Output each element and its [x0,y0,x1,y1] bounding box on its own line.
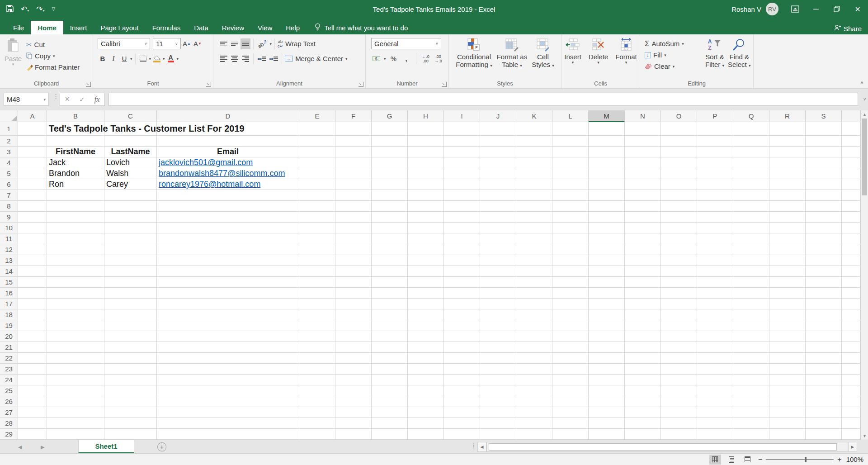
column-header-J[interactable]: J [480,110,516,122]
cell-M1[interactable] [589,122,625,136]
cell-O13[interactable] [661,255,697,266]
cell-I3[interactable] [444,147,480,157]
column-header-O[interactable]: O [661,110,697,122]
cell-K5[interactable] [516,168,552,179]
cell-H6[interactable] [408,179,444,190]
cell-Q15[interactable] [733,277,769,288]
cell-N14[interactable] [625,266,661,277]
sort-filter-button[interactable]: AZ Sort & Filter ▾ [703,37,726,72]
cell-C14[interactable] [104,266,157,277]
formula-bar-splitter[interactable]: ⋮ [53,95,59,98]
cell-I20[interactable] [444,331,480,342]
cell-K21[interactable] [516,342,552,353]
cell-C13[interactable] [104,255,157,266]
cell-J8[interactable] [480,201,516,212]
horizontal-scrollbar[interactable] [486,442,848,452]
cell-S7[interactable] [806,190,842,201]
cell-H1[interactable] [408,122,444,136]
cell-L14[interactable] [552,266,589,277]
hscroll-right-icon[interactable]: ▶ [848,442,857,452]
font-color-caret-icon[interactable]: ▾ [177,57,179,61]
cell-M13[interactable] [589,255,625,266]
row-header-27[interactable]: 27 [0,407,18,418]
cell-I15[interactable] [444,277,480,288]
cell-B24[interactable] [47,375,104,385]
cell-M16[interactable] [589,288,625,299]
enter-icon[interactable]: ✓ [79,95,85,104]
cell-J3[interactable] [480,147,516,157]
delete-cells-button[interactable]: Delete ▾ [587,37,610,65]
row-header-21[interactable]: 21 [0,342,18,353]
row-header-29[interactable]: 29 [0,429,18,440]
cell-I1[interactable] [444,122,480,136]
cell-S10[interactable] [806,223,842,233]
cell-C6[interactable]: Carey [104,179,157,190]
cell-R21[interactable] [769,342,806,353]
cell-F1[interactable] [335,122,372,136]
cell-M21[interactable] [589,342,625,353]
cell-D2[interactable] [157,136,299,147]
cell-K17[interactable] [516,299,552,309]
share-button[interactable]: Share [834,24,862,33]
cell-I18[interactable] [444,309,480,320]
cell-P26[interactable] [697,396,733,407]
cell-S24[interactable] [806,375,842,385]
cell-H19[interactable] [408,320,444,331]
row-header-6[interactable]: 6 [0,179,18,190]
cell-J19[interactable] [480,320,516,331]
cell-I23[interactable] [444,364,480,375]
page-layout-view-button[interactable] [726,455,737,465]
cell-D9[interactable] [157,212,299,223]
cell-N20[interactable] [625,331,661,342]
cell-O5[interactable] [661,168,697,179]
cell-partial-5[interactable] [842,168,860,179]
zoom-level[interactable]: 100% [846,456,863,463]
cell-I17[interactable] [444,299,480,309]
bottom-align-button[interactable] [241,38,250,49]
cell-O4[interactable] [661,157,697,168]
cell-J29[interactable] [480,429,516,440]
cell-E12[interactable] [299,244,335,255]
format-cells-button[interactable]: Format ▾ [613,37,639,65]
cell-J28[interactable] [480,418,516,429]
cell-P19[interactable] [697,320,733,331]
cell-B11[interactable] [47,233,104,244]
cell-O24[interactable] [661,375,697,385]
cell-F21[interactable] [335,342,372,353]
cell-B28[interactable] [47,418,104,429]
normal-view-button[interactable] [709,455,721,465]
row-header-28[interactable]: 28 [0,418,18,429]
cell-A21[interactable] [18,342,47,353]
cell-F17[interactable] [335,299,372,309]
undo-caret-icon[interactable]: ▾ [27,9,29,13]
column-header-Q[interactable]: Q [733,110,769,122]
cell-D27[interactable] [157,407,299,418]
underline-button[interactable]: U [119,53,129,64]
cell-P25[interactable] [697,385,733,396]
cell-F4[interactable] [335,157,372,168]
cell-B27[interactable] [47,407,104,418]
cell-partial-19[interactable] [842,320,860,331]
select-all-corner[interactable] [0,110,18,122]
cell-A17[interactable] [18,299,47,309]
cell-J24[interactable] [480,375,516,385]
cell-G18[interactable] [372,309,408,320]
cell-partial-10[interactable] [842,223,860,233]
cell-partial-29[interactable] [842,429,860,440]
cell-B21[interactable] [47,342,104,353]
cell-partial-6[interactable] [842,179,860,190]
row-header-18[interactable]: 18 [0,309,18,320]
cell-P9[interactable] [697,212,733,223]
cell-D3[interactable]: Email [157,147,299,157]
cell-B14[interactable] [47,266,104,277]
row-header-19[interactable]: 19 [0,320,18,331]
cell-G23[interactable] [372,364,408,375]
font-family-combo[interactable]: Calibri ˅ [98,38,150,49]
cell-H5[interactable] [408,168,444,179]
cell-G27[interactable] [372,407,408,418]
cell-Q7[interactable] [733,190,769,201]
cell-partial-14[interactable] [842,266,860,277]
cell-H7[interactable] [408,190,444,201]
cell-K15[interactable] [516,277,552,288]
cell-L20[interactable] [552,331,589,342]
